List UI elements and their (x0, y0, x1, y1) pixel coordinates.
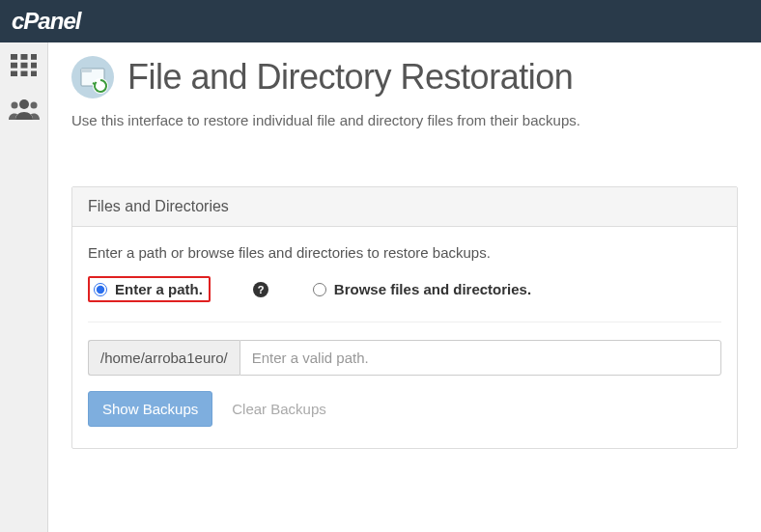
sidebar (0, 42, 48, 532)
enter-path-radio-input[interactable] (94, 283, 107, 296)
svg-rect-14 (81, 69, 92, 72)
browse-radio-input[interactable] (313, 283, 326, 296)
path-prefix: /home/arroba1euro/ (88, 340, 240, 376)
page-description: Use this interface to restore individual… (71, 112, 738, 128)
svg-point-9 (19, 99, 29, 109)
svg-text:?: ? (257, 284, 264, 295)
apps-grid-icon[interactable] (11, 54, 38, 77)
users-icon[interactable] (9, 98, 40, 120)
svg-rect-7 (20, 70, 27, 76)
main-content: File and Directory Restoration Use this … (48, 42, 761, 532)
path-input-group: /home/arroba1euro/ (88, 340, 721, 376)
show-backups-button[interactable]: Show Backups (88, 391, 212, 427)
svg-point-10 (11, 102, 17, 109)
clear-backups-button[interactable]: Clear Backups (228, 392, 330, 426)
enter-path-highlight: Enter a path. (88, 276, 211, 302)
top-bar: cPanel (0, 0, 761, 42)
browse-label: Browse files and directories. (334, 281, 531, 297)
svg-rect-8 (30, 70, 37, 76)
svg-rect-5 (30, 63, 37, 69)
svg-rect-4 (20, 63, 27, 69)
svg-rect-0 (11, 54, 17, 60)
svg-rect-1 (20, 54, 27, 60)
divider (88, 322, 721, 322)
cpanel-logo: cPanel (12, 8, 80, 35)
browse-radio[interactable]: Browse files and directories. (313, 281, 531, 297)
mode-radio-group: Enter a path. ? Browse files and directo… (88, 276, 721, 302)
svg-rect-2 (30, 54, 37, 60)
folder-restore-icon (71, 56, 114, 98)
path-input[interactable] (240, 340, 721, 376)
svg-rect-3 (11, 63, 17, 69)
panel-title: Files and Directories (72, 187, 737, 227)
svg-rect-6 (11, 70, 17, 76)
help-icon[interactable]: ? (253, 282, 268, 297)
svg-point-11 (30, 102, 37, 109)
panel-instruction: Enter a path or browse files and directo… (88, 244, 721, 261)
enter-path-radio[interactable]: Enter a path. (94, 281, 203, 297)
files-directories-panel: Files and Directories Enter a path or br… (71, 186, 738, 449)
enter-path-label: Enter a path. (115, 281, 203, 297)
page-title: File and Directory Restoration (127, 57, 573, 98)
